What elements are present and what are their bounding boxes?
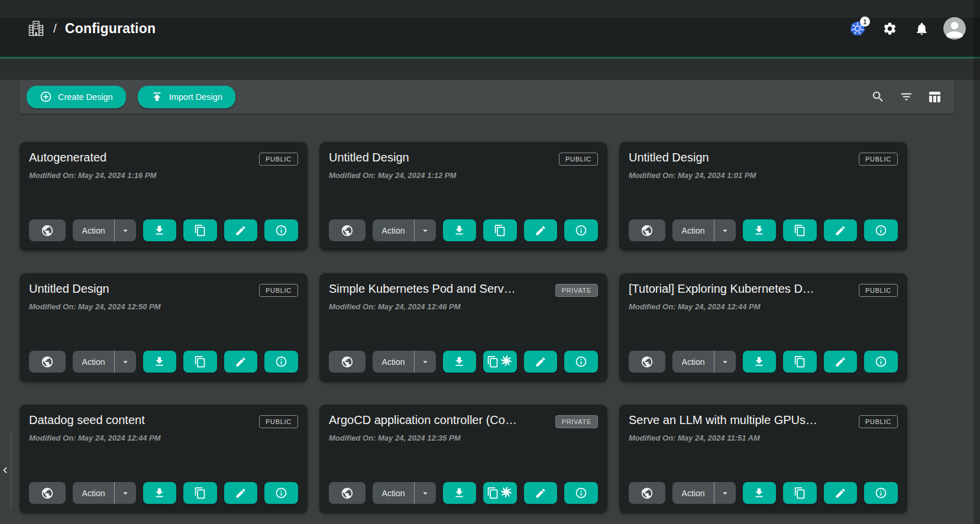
- user-avatar[interactable]: [943, 17, 966, 40]
- action-dropdown-button[interactable]: [714, 351, 735, 373]
- edit-design-button[interactable]: [524, 482, 558, 504]
- globe-icon: [41, 355, 54, 368]
- clone-design-button[interactable]: [783, 219, 817, 241]
- settings-button[interactable]: [879, 18, 900, 38]
- info-design-button[interactable]: [564, 351, 598, 373]
- info-design-button[interactable]: [264, 482, 298, 504]
- visibility-globe-button[interactable]: [329, 219, 366, 241]
- design-card: Autogenerated PUBLIC Modified On: May 24…: [20, 142, 308, 251]
- visibility-globe-button[interactable]: [629, 351, 665, 373]
- edit-design-button[interactable]: [824, 351, 858, 373]
- download-design-button[interactable]: [443, 219, 477, 241]
- import-design-button[interactable]: Import Design: [138, 86, 235, 108]
- drawer-collapse-toggle[interactable]: [0, 432, 11, 509]
- edit-design-button[interactable]: [824, 219, 858, 241]
- create-design-button[interactable]: Create Design: [27, 86, 126, 108]
- action-button[interactable]: Action: [672, 482, 714, 504]
- action-dropdown-button[interactable]: [714, 219, 735, 241]
- edit-design-button[interactable]: [524, 219, 558, 241]
- clone-design-button[interactable]: [183, 351, 217, 373]
- card-action-row: Action: [29, 351, 298, 373]
- visibility-globe-button[interactable]: [629, 219, 665, 241]
- edit-design-button[interactable]: [824, 482, 858, 504]
- globe-icon: [641, 224, 654, 237]
- card-action-row: Action: [329, 482, 598, 504]
- visibility-globe-button[interactable]: [629, 482, 665, 504]
- filter-button[interactable]: [897, 88, 916, 106]
- kubernetes-context-button[interactable]: 1: [848, 18, 868, 38]
- table-view-button[interactable]: [925, 88, 944, 106]
- caret-down-icon: [120, 488, 131, 499]
- download-icon: [153, 224, 166, 237]
- visibility-globe-button[interactable]: [329, 351, 366, 373]
- clone-design-button[interactable]: [783, 482, 817, 504]
- download-design-button[interactable]: [443, 351, 477, 373]
- design-title: Simple Kubernetes Pod and Serv…: [329, 282, 516, 296]
- action-button[interactable]: Action: [373, 482, 415, 504]
- download-design-button[interactable]: [143, 482, 177, 504]
- caret-down-icon: [720, 488, 730, 499]
- action-button[interactable]: Action: [373, 219, 415, 241]
- action-dropdown-button[interactable]: [414, 482, 435, 504]
- card-header: Datadog seed content PUBLIC: [29, 413, 298, 428]
- search-button[interactable]: [868, 88, 887, 106]
- edit-design-button[interactable]: [524, 351, 558, 373]
- action-button[interactable]: Action: [73, 219, 115, 241]
- action-dropdown-button[interactable]: [114, 482, 135, 504]
- info-design-button[interactable]: [564, 482, 598, 504]
- globe-icon: [341, 355, 354, 368]
- visibility-globe-button[interactable]: [329, 482, 366, 504]
- clone-design-button[interactable]: [183, 219, 217, 241]
- action-dropdown-button[interactable]: [414, 351, 435, 373]
- action-button[interactable]: Action: [672, 219, 714, 241]
- download-design-button[interactable]: [443, 482, 477, 504]
- info-design-button[interactable]: [864, 219, 898, 241]
- pencil-icon: [535, 356, 546, 368]
- clone-design-button[interactable]: [483, 351, 517, 373]
- download-design-button[interactable]: [143, 219, 177, 241]
- download-design-button[interactable]: [743, 219, 777, 241]
- clone-design-button[interactable]: [483, 219, 517, 241]
- visibility-globe-button[interactable]: [29, 482, 66, 504]
- copy-icon: [794, 224, 806, 237]
- info-design-button[interactable]: [264, 219, 298, 241]
- breadcrumb-separator: /: [53, 21, 57, 35]
- filter-icon: [900, 90, 913, 103]
- action-dropdown-button[interactable]: [714, 482, 735, 504]
- action-button[interactable]: Action: [73, 351, 115, 373]
- action-dropdown-button[interactable]: [414, 219, 435, 241]
- download-design-button[interactable]: [743, 351, 777, 373]
- caret-down-icon: [720, 357, 730, 367]
- import-design-label: Import Design: [169, 92, 222, 102]
- card-header: Serve an LLM with multiple GPUs… PUBLIC: [629, 413, 898, 428]
- copy-icon: [194, 224, 206, 237]
- edit-design-button[interactable]: [224, 219, 258, 241]
- edit-design-button[interactable]: [224, 351, 258, 373]
- download-design-button[interactable]: [743, 482, 777, 504]
- clone-design-button[interactable]: [183, 482, 217, 504]
- info-design-button[interactable]: [864, 482, 898, 504]
- visibility-globe-button[interactable]: [29, 351, 66, 373]
- edit-design-button[interactable]: [224, 482, 258, 504]
- action-button[interactable]: Action: [672, 351, 714, 373]
- clone-design-button[interactable]: [783, 351, 817, 373]
- action-dropdown-button[interactable]: [114, 219, 135, 241]
- clone-design-button[interactable]: [483, 482, 517, 504]
- info-design-button[interactable]: [264, 351, 298, 373]
- action-button[interactable]: Action: [73, 482, 115, 504]
- download-design-button[interactable]: [143, 351, 177, 373]
- visibility-globe-button[interactable]: [29, 219, 66, 241]
- info-icon: [575, 487, 587, 499]
- card-action-row: Action: [329, 219, 598, 241]
- scrollbar-track[interactable]: [973, 0, 980, 524]
- design-card: [Tutorial] Exploring Kubernetes D… PUBLI…: [619, 273, 907, 382]
- info-icon: [875, 224, 887, 237]
- info-icon: [575, 355, 587, 368]
- action-dropdown-button[interactable]: [114, 351, 135, 373]
- design-title: ArgoCD application controller (Co…: [329, 413, 517, 427]
- info-design-button[interactable]: [864, 351, 898, 373]
- info-design-button[interactable]: [564, 219, 598, 241]
- notifications-button[interactable]: [911, 18, 932, 38]
- design-card: Serve an LLM with multiple GPUs… PUBLIC …: [619, 405, 907, 513]
- action-button[interactable]: Action: [373, 351, 415, 373]
